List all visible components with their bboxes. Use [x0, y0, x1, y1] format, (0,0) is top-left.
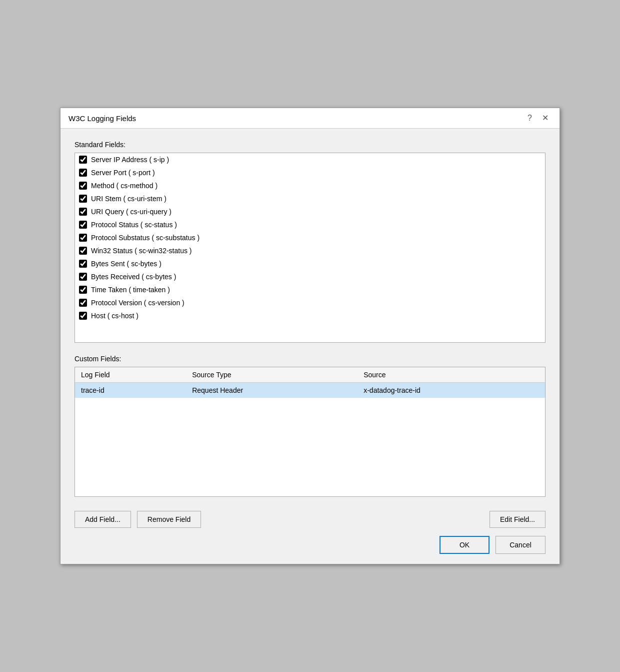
standard-field-item: Time Taken ( time-taken )	[75, 283, 545, 296]
custom-table-column-header: Log Field	[75, 367, 186, 383]
standard-field-checkbox[interactable]	[79, 156, 87, 164]
custom-fields-button-row: Add Field... Remove Field Edit Field...	[74, 511, 546, 528]
standard-field-item: Host ( cs-host )	[75, 309, 545, 322]
standard-field-label: Bytes Received ( cs-bytes )	[91, 273, 176, 281]
standard-field-item: URI Stem ( cs-uri-stem )	[75, 192, 545, 205]
standard-field-item: Protocol Version ( cs-version )	[75, 296, 545, 309]
standard-field-item: Bytes Received ( cs-bytes )	[75, 270, 545, 283]
standard-field-label: Server Port ( s-port )	[91, 169, 155, 177]
standard-field-label: Protocol Substatus ( sc-substatus )	[91, 234, 200, 242]
standard-field-item: URI Query ( cs-uri-query )	[75, 205, 545, 218]
standard-field-checkbox[interactable]	[79, 247, 87, 255]
ok-button[interactable]: OK	[440, 536, 490, 554]
standard-field-label: Server IP Address ( s-ip )	[91, 156, 169, 164]
standard-field-checkbox[interactable]	[79, 260, 87, 268]
standard-field-checkbox[interactable]	[79, 234, 87, 242]
dialog-content: Standard Fields: Server IP Address ( s-i…	[60, 129, 560, 564]
custom-table-body[interactable]: trace-idRequest Headerx-datadog-trace-id	[75, 383, 545, 398]
custom-fields-section: Custom Fields: Log FieldSource TypeSourc…	[74, 355, 546, 497]
custom-fields-left-buttons: Add Field... Remove Field	[74, 511, 201, 528]
standard-field-item: Win32 Status ( sc-win32-status )	[75, 244, 545, 257]
standard-field-label: Win32 Status ( sc-win32-status )	[91, 247, 192, 255]
custom-table-row[interactable]: trace-idRequest Headerx-datadog-trace-id	[75, 383, 545, 398]
standard-field-checkbox[interactable]	[79, 195, 87, 203]
dialog-title: W3C Logging Fields	[68, 114, 136, 123]
standard-fields-label: Standard Fields:	[74, 141, 546, 149]
custom-table-column-header: Source	[358, 367, 545, 383]
add-field-button[interactable]: Add Field...	[74, 511, 131, 528]
standard-field-label: Protocol Status ( sc-status )	[91, 221, 177, 229]
standard-field-item: Protocol Status ( sc-status )	[75, 218, 545, 231]
standard-field-label: URI Query ( cs-uri-query )	[91, 208, 172, 216]
dialog-window: W3C Logging Fields ? ✕ Standard Fields: …	[60, 108, 560, 564]
standard-field-item: Bytes Sent ( sc-bytes )	[75, 257, 545, 270]
standard-field-checkbox[interactable]	[79, 273, 87, 281]
remove-field-button[interactable]: Remove Field	[137, 511, 201, 528]
standard-field-checkbox[interactable]	[79, 208, 87, 216]
standard-field-label: Time Taken ( time-taken )	[91, 286, 170, 294]
standard-field-checkbox[interactable]	[79, 182, 87, 190]
help-button[interactable]: ?	[524, 113, 535, 123]
standard-fields-list[interactable]: Server IP Address ( s-ip )Server Port ( …	[74, 153, 546, 343]
custom-table-header: Log FieldSource TypeSource	[75, 367, 545, 383]
custom-fields-label: Custom Fields:	[74, 355, 546, 363]
standard-field-checkbox[interactable]	[79, 286, 87, 294]
standard-field-label: URI Stem ( cs-uri-stem )	[91, 195, 166, 203]
custom-fields-table-wrapper[interactable]: Log FieldSource TypeSource trace-idReque…	[74, 367, 546, 497]
standard-field-label: Protocol Version ( cs-version )	[91, 299, 184, 307]
bottom-button-row: OK Cancel	[74, 536, 546, 554]
edit-field-button[interactable]: Edit Field...	[490, 511, 546, 528]
title-bar: W3C Logging Fields ? ✕	[60, 108, 560, 129]
standard-field-item: Server IP Address ( s-ip )	[75, 153, 545, 166]
standard-field-label: Bytes Sent ( sc-bytes )	[91, 260, 162, 268]
custom-table-cell: trace-id	[75, 383, 186, 398]
custom-table-cell: Request Header	[186, 383, 358, 398]
standard-field-item: Protocol Substatus ( sc-substatus )	[75, 231, 545, 244]
title-bar-controls: ? ✕	[524, 113, 552, 123]
standard-field-checkbox[interactable]	[79, 299, 87, 307]
custom-table-cell: x-datadog-trace-id	[358, 383, 545, 398]
close-button[interactable]: ✕	[539, 113, 552, 123]
custom-table-column-header: Source Type	[186, 367, 358, 383]
standard-field-label: Host ( cs-host )	[91, 312, 138, 320]
standard-field-label: Method ( cs-method )	[91, 182, 158, 190]
standard-field-checkbox[interactable]	[79, 169, 87, 177]
standard-field-checkbox[interactable]	[79, 312, 87, 320]
standard-field-item: Method ( cs-method )	[75, 179, 545, 192]
standard-field-item: Server Port ( s-port )	[75, 166, 545, 179]
custom-fields-table: Log FieldSource TypeSource trace-idReque…	[75, 367, 545, 398]
standard-field-checkbox[interactable]	[79, 221, 87, 229]
cancel-button[interactable]: Cancel	[496, 536, 546, 554]
